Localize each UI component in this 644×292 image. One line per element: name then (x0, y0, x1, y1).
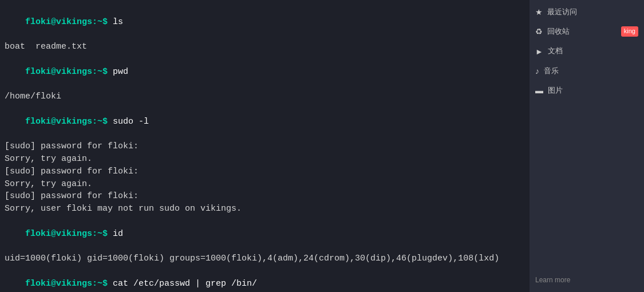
sidebar-item-label: 图片 (548, 85, 638, 96)
terminal-line: floki@vikings:~$ id (5, 215, 525, 252)
terminal-line: [sudo] password for floki: (5, 190, 525, 203)
star-icon: ★ (535, 6, 543, 18)
prompt: floki@vikings:~$ (25, 229, 113, 239)
terminal-line: floki@vikings:~$ cat /etc/passwd | grep … (5, 265, 525, 292)
terminal[interactable]: floki@vikings:~$ ls boat readme.txt flok… (0, 0, 530, 292)
prompt: floki@vikings:~$ (25, 17, 113, 27)
sidebar-badge: king (621, 26, 638, 37)
command: id (113, 229, 123, 239)
learn-more-link[interactable]: Learn more (530, 271, 644, 290)
sidebar-item-label: 音乐 (544, 66, 638, 77)
sidebar: ★ 最近访问 ♻ 回收站 king ► 文档 ♪ 音乐 ▬ 图片 Learn m… (530, 0, 644, 292)
terminal-line: floki@vikings:~$ pwd (5, 53, 525, 90)
terminal-line: uid=1000(floki) gid=1000(floki) groups=1… (5, 252, 525, 265)
terminal-line: [sudo] password for floki: (5, 165, 525, 178)
terminal-line: floki@vikings:~$ sudo -l (5, 103, 525, 140)
prompt: floki@vikings:~$ (25, 279, 113, 289)
sidebar-item-trash[interactable]: ♻ 回收站 king (530, 22, 644, 41)
command: pwd (113, 67, 128, 77)
sidebar-item-label: 文档 (548, 46, 638, 57)
terminal-line: Sorry, try again. (5, 153, 525, 165)
terminal-line: boat readme.txt (5, 41, 525, 53)
sidebar-item-label: 回收站 (547, 26, 621, 37)
sidebar-item-pictures[interactable]: ▬ 图片 (530, 81, 644, 100)
terminal-line: floki@vikings:~$ ls (5, 3, 525, 41)
trash-icon: ♻ (535, 26, 543, 37)
prompt: floki@vikings:~$ (25, 117, 113, 127)
sidebar-item-label: 最近访问 (547, 7, 638, 18)
prompt: floki@vikings:~$ (25, 67, 113, 77)
docs-icon: ► (535, 46, 543, 57)
terminal-line: /home/floki (5, 90, 525, 103)
sidebar-item-music[interactable]: ♪ 音乐 (530, 61, 644, 81)
command: cat /etc/passwd | grep /bin/ (113, 279, 257, 289)
command: sudo -l (113, 117, 149, 127)
terminal-line: [sudo] password for floki: (5, 140, 525, 153)
pictures-icon: ▬ (535, 85, 543, 96)
music-icon: ♪ (535, 65, 539, 77)
sidebar-item-docs[interactable]: ► 文档 (530, 42, 644, 61)
terminal-line: Sorry, user floki may not run sudo on vi… (5, 203, 525, 215)
sidebar-item-recent[interactable]: ★ 最近访问 (530, 2, 644, 22)
terminal-line: Sorry, try again. (5, 178, 525, 191)
command: ls (113, 17, 123, 27)
